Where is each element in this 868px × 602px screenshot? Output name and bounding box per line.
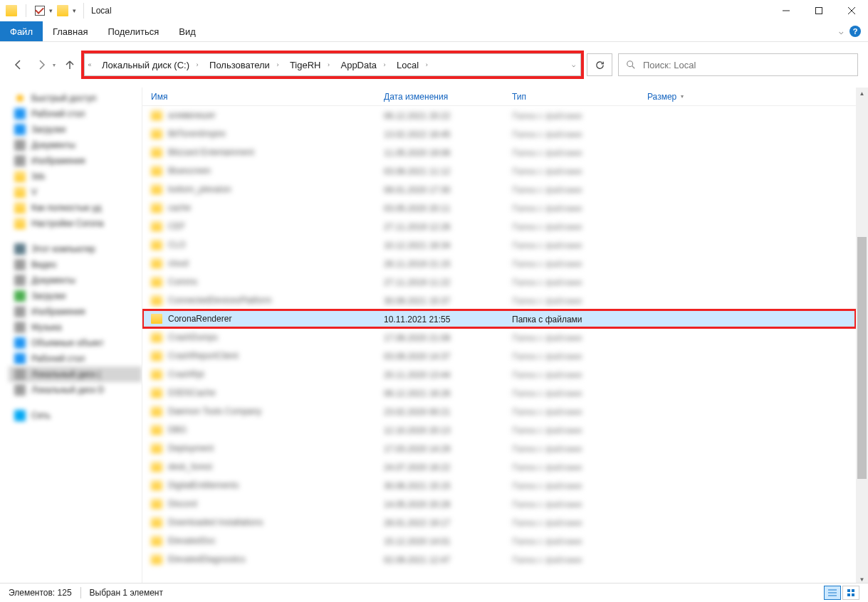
- breadcrumb-item[interactable]: TigeRH: [283, 54, 324, 75]
- scroll-thumb[interactable]: [857, 237, 867, 479]
- file-row[interactable]: BitTorentImpire13.02.2022 18:45Папка с ф…: [142, 125, 856, 143]
- file-type: Папка с файлами: [512, 407, 582, 417]
- breadcrumb-root-icon[interactable]: «: [85, 54, 95, 75]
- file-row[interactable]: DigitalEntitlements30.06.2021 15:15Папка…: [142, 476, 856, 495]
- quick-access-toolbar: ▾ ▾: [6, 4, 76, 17]
- file-row[interactable]: CrashDumps17.08.2020 21:08Папка с файлам…: [142, 328, 856, 347]
- file-date: 10.11.2021 21:55: [384, 315, 450, 324]
- file-row[interactable]: DBG12.10.2020 20:13Папка с файлами: [142, 421, 856, 439]
- file-type: Папка с файлами: [512, 333, 582, 343]
- file-list[interactable]: Имя Дата изменения Тип Размер▾ аливвлише…: [142, 88, 856, 586]
- chevron-right-icon[interactable]: ›: [422, 54, 432, 75]
- column-type[interactable]: Тип: [503, 92, 639, 102]
- file-row[interactable]: аливвлишег06.12.2021 20:22Папка с файлам…: [142, 106, 856, 125]
- file-date: 03.09.2020 14:37: [384, 352, 450, 361]
- address-dropdown-icon[interactable]: ⌵: [566, 54, 580, 75]
- file-date: 20.11.2020 13:44: [384, 370, 450, 380]
- file-row[interactable]: ElevatedDiagnostics02.09.2021 12:47Папка…: [142, 550, 856, 569]
- tab-view[interactable]: Вид: [169, 21, 206, 41]
- file-row[interactable]: desk_forest24.07.2020 18:22Папка с файла…: [142, 458, 856, 476]
- chevron-right-icon[interactable]: ›: [273, 54, 283, 75]
- file-date: 08.01.2020 17:30: [384, 185, 450, 195]
- file-name: DBG: [168, 425, 187, 435]
- vertical-scrollbar[interactable]: ▲ ▼: [856, 88, 868, 586]
- qat-newfolder-icon[interactable]: [57, 5, 68, 16]
- file-row[interactable]: CLO10.12.2021 18:34Папка с файлами: [142, 236, 856, 254]
- file-row[interactable]: ElevatedSvc15.12.2020 14:01Папка с файла…: [142, 532, 856, 550]
- file-date: 30.09.2021 15:37: [384, 296, 450, 306]
- column-name[interactable]: Имя: [142, 92, 375, 102]
- file-row[interactable]: Bluescreen03.08.2021 11:12Папка с файлам…: [142, 162, 856, 180]
- back-button[interactable]: [10, 56, 27, 73]
- scroll-up-icon[interactable]: ▲: [856, 88, 868, 100]
- navigation-row: ▾ « Локальный диск (C:) › Пользователи ›…: [0, 42, 868, 88]
- breadcrumb-item[interactable]: Local: [389, 54, 422, 75]
- folder-icon: [151, 166, 162, 176]
- breadcrumb-item[interactable]: Локальный диск (C:): [95, 54, 192, 75]
- file-name: Comms: [168, 277, 197, 287]
- chevron-right-icon[interactable]: ›: [323, 54, 333, 75]
- folder-icon: [151, 240, 162, 250]
- navigation-pane[interactable]: Быстрый доступ Рабочий стол Загрузки Док…: [0, 88, 142, 586]
- folder-icon: [151, 332, 162, 342]
- tab-home[interactable]: Главная: [43, 21, 98, 41]
- folder-icon: [151, 110, 162, 120]
- tab-file[interactable]: Файл: [0, 21, 43, 41]
- up-button[interactable]: [61, 56, 78, 73]
- maximize-button[interactable]: [802, 0, 835, 21]
- ribbon-expand-icon[interactable]: ⌵: [839, 27, 844, 36]
- file-date: 27.11.2019 12:26: [384, 222, 450, 232]
- folder-icon: [151, 314, 162, 324]
- forward-button[interactable]: [33, 56, 50, 73]
- file-type: Папка с файлами: [512, 463, 582, 472]
- refresh-button[interactable]: [587, 53, 612, 76]
- file-type: Папка с файлами: [512, 167, 582, 176]
- file-type: Папка с файлами: [512, 259, 582, 269]
- chevron-right-icon[interactable]: ›: [380, 54, 389, 75]
- file-name: Bluescreen: [168, 166, 211, 176]
- folder-icon: [151, 295, 162, 305]
- chevron-right-icon[interactable]: ›: [192, 54, 202, 75]
- search-input[interactable]: [643, 60, 850, 70]
- file-name: ElevatedSvc: [168, 536, 216, 546]
- file-name: cloud: [168, 258, 189, 268]
- search-box[interactable]: [618, 53, 858, 76]
- breadcrumb-item[interactable]: AppData: [333, 54, 380, 75]
- file-row[interactable]: Downloaded Installations28.01.2022 19:17…: [142, 513, 856, 532]
- status-bar: Элементов: 125 Выбран 1 элемент: [0, 583, 868, 602]
- file-row[interactable]: ConnectedDevicesPlatform30.09.2021 15:37…: [142, 291, 856, 310]
- file-row[interactable]: cloud28.11.2019 21:15Папка с файлами: [142, 254, 856, 273]
- qat-overflow-icon[interactable]: ▾: [73, 7, 76, 14]
- file-row[interactable]: Daemon Tools Company23.02.2020 00:21Папк…: [142, 402, 856, 421]
- minimize-button[interactable]: [770, 0, 802, 21]
- address-bar[interactable]: « Локальный диск (C:) › Пользователи › T…: [84, 53, 581, 76]
- file-row[interactable]: D3DSCache06.12.2021 18:26Папка с файлами: [142, 384, 856, 402]
- breadcrumb-item[interactable]: Пользователи: [202, 54, 273, 75]
- folder-icon: [151, 388, 162, 398]
- file-row[interactable]: CrashRpt20.11.2020 13:44Папка с файлами: [142, 365, 856, 384]
- file-type: Папка с файлами: [512, 444, 582, 454]
- file-row[interactable]: Discord14.05.2020 20:28Папка с файлами: [142, 495, 856, 513]
- file-row[interactable]: CoronaRenderer10.11.2021 21:55Папка с фа…: [142, 310, 856, 328]
- column-date[interactable]: Дата изменения: [375, 92, 503, 102]
- thumbnails-view-button[interactable]: [842, 586, 859, 600]
- file-row[interactable]: bottom_plexaton08.01.2020 17:30Папка с ф…: [142, 180, 856, 199]
- file-row[interactable]: cache03.05.2020 20:11Папка с файлами: [142, 199, 856, 217]
- file-row[interactable]: Deployment17.03.2020 14:29Папка с файлам…: [142, 439, 856, 458]
- file-name: CoronaRenderer: [168, 314, 231, 324]
- file-type: Папка с файлами: [512, 278, 582, 287]
- file-row[interactable]: CEF27.11.2019 12:26Папка с файлами: [142, 217, 856, 236]
- file-row[interactable]: CrashReportClient03.09.2020 14:37Папка с…: [142, 347, 856, 365]
- column-size[interactable]: Размер▾: [639, 92, 724, 102]
- history-dropdown-icon[interactable]: ▾: [53, 62, 56, 68]
- file-row[interactable]: Blizzard Entertainment11.05.2020 19:06Па…: [142, 143, 856, 162]
- qat-dropdown-icon[interactable]: ▾: [49, 7, 53, 14]
- qat-properties-icon[interactable]: [35, 6, 45, 16]
- close-button[interactable]: [835, 0, 868, 21]
- folder-icon: [151, 499, 162, 509]
- file-type: Папка с файлами: [512, 130, 582, 139]
- tab-share[interactable]: Поделиться: [98, 21, 169, 41]
- file-row[interactable]: Comms27.11.2019 11:22Папка с файлами: [142, 273, 856, 291]
- details-view-button[interactable]: [824, 586, 841, 600]
- help-icon[interactable]: ?: [849, 26, 861, 37]
